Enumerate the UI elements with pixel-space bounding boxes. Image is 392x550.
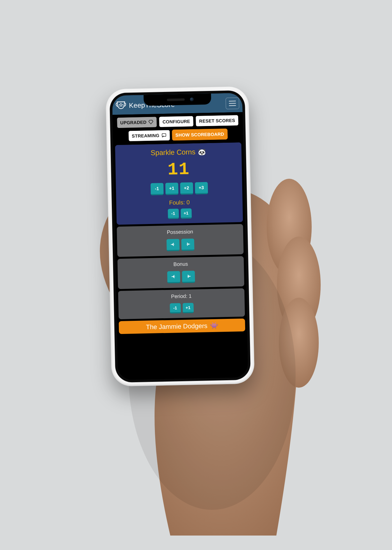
cast-icon xyxy=(161,133,166,138)
possession-buttons xyxy=(120,238,241,252)
svg-point-2 xyxy=(279,298,319,388)
team1-score-plus3[interactable]: +3 xyxy=(194,182,208,194)
period-minus1[interactable]: -1 xyxy=(169,303,181,314)
arrow-left-icon xyxy=(170,274,176,279)
phone-shell: KeepTheScore UPGRADED xyxy=(105,86,254,386)
team2-name: The Jammie Dodgers xyxy=(146,322,208,331)
bonus-right[interactable] xyxy=(182,271,195,283)
toolbar-row-2: STREAMING SHOW SCOREBOARD xyxy=(115,128,241,142)
possession-left[interactable] xyxy=(166,239,179,251)
arrow-left-icon xyxy=(170,241,175,247)
toolbar-row-1: UPGRADED CONFIGURE RESET SCORES xyxy=(115,115,240,128)
period-label: Period: 1 xyxy=(120,292,242,301)
svg-point-1 xyxy=(277,237,321,333)
app-root: KeepTheScore UPGRADED xyxy=(112,93,248,380)
menu-button[interactable] xyxy=(225,97,239,109)
possession-card: Possession xyxy=(117,224,244,257)
upgraded-button[interactable]: UPGRADED xyxy=(116,116,157,128)
svg-rect-4 xyxy=(162,134,165,137)
team2-emoji: 👾 xyxy=(210,322,218,330)
team1-name: Sparkle Corns xyxy=(150,148,195,157)
possession-label: Possession xyxy=(119,228,240,236)
toolbar: UPGRADED CONFIGURE RESET SCORES xyxy=(112,112,243,145)
phone-bezel: KeepTheScore UPGRADED xyxy=(109,90,251,383)
show-scoreboard-button[interactable]: SHOW SCOREBOARD xyxy=(172,129,227,141)
team1-fouls-buttons: -1 +1 xyxy=(119,207,240,220)
team1-name-row: Sparkle Corns 🐼 xyxy=(118,147,239,158)
team1-score: 11 xyxy=(118,158,239,181)
app-logo-icon xyxy=(115,100,127,111)
team1-score-plus1[interactable]: +1 xyxy=(165,183,178,195)
period-card: Period: 1 -1 +1 xyxy=(118,288,245,319)
reset-scores-button[interactable]: RESET SCORES xyxy=(195,115,239,127)
team1-fouls-minus1[interactable]: -1 xyxy=(167,209,179,219)
bonus-card: Bonus xyxy=(117,256,244,289)
team2-header: The Jammie Dodgers 👾 xyxy=(119,319,245,334)
reset-label: RESET SCORES xyxy=(199,118,235,123)
team1-fouls-label: Fouls: 0 xyxy=(119,198,240,207)
team1-score-plus2[interactable]: +2 xyxy=(180,182,193,195)
team1-score-buttons: -1 +1 +2 +3 xyxy=(118,181,240,196)
period-plus1[interactable]: +1 xyxy=(182,303,193,313)
phone-screen: KeepTheScore UPGRADED xyxy=(112,93,248,380)
arrow-right-icon xyxy=(184,241,190,247)
bonus-label: Bonus xyxy=(120,260,241,268)
period-buttons: -1 +1 xyxy=(121,302,242,315)
diamond-icon xyxy=(148,120,153,125)
configure-label: CONFIGURE xyxy=(162,119,190,124)
show-scoreboard-label: SHOW SCOREBOARD xyxy=(175,131,224,138)
streaming-label: STREAMING xyxy=(132,133,159,139)
possession-right[interactable] xyxy=(181,239,194,251)
bonus-buttons xyxy=(120,270,242,284)
arrow-right-icon xyxy=(185,273,191,279)
team1-emoji: 🐼 xyxy=(198,148,206,156)
configure-button[interactable]: CONFIGURE xyxy=(159,116,194,127)
phone-camera xyxy=(190,97,193,101)
upgraded-label: UPGRADED xyxy=(120,120,147,125)
team1-score-minus1[interactable]: -1 xyxy=(150,183,164,195)
team1-card: Sparkle Corns 🐼 11 -1 +1 +2 +3 Fouls: 0 xyxy=(115,142,243,225)
main-area: Sparkle Corns 🐼 11 -1 +1 +2 +3 Fouls: 0 xyxy=(113,142,248,380)
svg-point-0 xyxy=(267,179,312,275)
team1-fouls-plus1[interactable]: +1 xyxy=(180,208,192,219)
phone-notch xyxy=(143,94,211,106)
phone-speaker xyxy=(166,98,184,101)
streaming-button[interactable]: STREAMING xyxy=(128,130,170,142)
bonus-left[interactable] xyxy=(167,271,180,284)
